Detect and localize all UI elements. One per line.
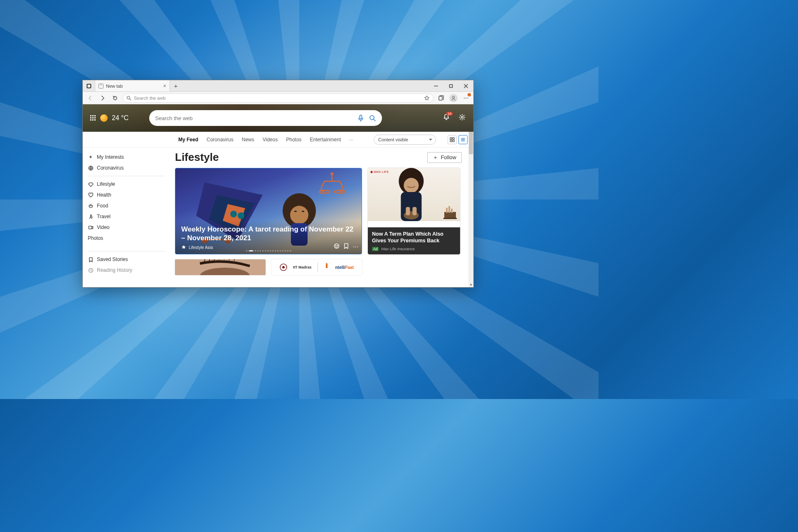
svg-point-31 bbox=[238, 212, 244, 219]
sidebar-item-reading-history[interactable]: Reading History bbox=[88, 265, 165, 276]
iit-label: IIT Madras bbox=[293, 265, 312, 269]
hero-banner: 24 °C 10 bbox=[83, 104, 473, 132]
eye-closeup-image bbox=[175, 259, 266, 275]
nav-overflow-button[interactable]: ··· bbox=[349, 137, 353, 143]
view-grid-button[interactable] bbox=[448, 135, 457, 144]
follow-label: Follow bbox=[441, 154, 456, 160]
sidebar-item-photos[interactable]: Photos bbox=[88, 233, 165, 244]
favorite-star-icon[interactable] bbox=[424, 95, 430, 101]
save-icon[interactable] bbox=[344, 243, 349, 249]
view-list-button[interactable] bbox=[458, 135, 468, 144]
svg-point-66 bbox=[282, 266, 285, 268]
address-bar-placeholder: Search the web bbox=[134, 96, 165, 101]
scrollbar-down-arrow[interactable]: ▾ bbox=[468, 282, 473, 287]
settings-button[interactable] bbox=[458, 113, 466, 123]
sidebar-item-food[interactable]: Food bbox=[88, 200, 165, 211]
svg-point-9 bbox=[464, 98, 465, 99]
sidebar-item-label: My Interests bbox=[97, 154, 124, 160]
window-close-button[interactable] bbox=[458, 80, 473, 91]
sidebar-item-saved-stories[interactable]: Saved Stories bbox=[88, 254, 165, 265]
arrow-right-icon bbox=[100, 95, 106, 101]
address-bar[interactable]: Search the web bbox=[123, 94, 433, 103]
sidebar-item-my-interests[interactable]: ✦ My Interests bbox=[88, 152, 165, 163]
page-content: ▾ 24 °C 10 My Feed bbox=[83, 104, 473, 287]
content-visibility-label: Content visible bbox=[378, 137, 408, 142]
svg-rect-55 bbox=[451, 209, 453, 213]
sidebar-item-health[interactable]: Health bbox=[88, 190, 165, 200]
tab-close-button[interactable]: × bbox=[163, 83, 166, 89]
nav-refresh-button[interactable] bbox=[110, 93, 120, 103]
search-icon bbox=[126, 96, 131, 101]
scrollbar-track[interactable]: ▾ bbox=[468, 104, 473, 287]
plus-icon: ＋ bbox=[433, 154, 438, 161]
reaction-icon[interactable] bbox=[334, 243, 340, 249]
nav-forward-button[interactable] bbox=[98, 93, 108, 103]
svg-rect-0 bbox=[87, 84, 91, 88]
ad-card[interactable]: ◆ MAX LIFE bbox=[368, 168, 460, 254]
hero-search-box[interactable] bbox=[149, 110, 382, 126]
sidebar-item-label: Health bbox=[97, 192, 111, 198]
tab-square-icon bbox=[86, 84, 91, 89]
person-walk-icon bbox=[88, 214, 94, 219]
window-minimize-button[interactable] bbox=[429, 80, 443, 91]
ad-headline: Now A Term Plan Which Also Gives Your Pr… bbox=[372, 231, 456, 244]
bowl-icon bbox=[88, 203, 94, 209]
weather-icon bbox=[100, 114, 108, 122]
profile-button[interactable] bbox=[448, 93, 458, 103]
mic-icon[interactable] bbox=[357, 114, 365, 122]
svg-rect-49 bbox=[406, 207, 410, 215]
collections-button[interactable] bbox=[436, 93, 446, 103]
new-tab-button[interactable]: + bbox=[170, 80, 182, 91]
gear-icon bbox=[458, 113, 466, 121]
notifications-button[interactable]: 10 bbox=[443, 113, 450, 123]
tab-actions-button[interactable] bbox=[83, 80, 95, 91]
source-logo-icon bbox=[181, 245, 186, 250]
svg-point-46 bbox=[404, 178, 419, 193]
history-icon bbox=[88, 268, 94, 273]
browser-tab[interactable]: New tab × bbox=[95, 80, 170, 91]
window-maximize-button[interactable] bbox=[443, 80, 458, 91]
search-submit-icon[interactable] bbox=[369, 114, 376, 122]
sidebar-item-travel[interactable]: Travel bbox=[88, 211, 165, 222]
intellipaat-logo-icon bbox=[324, 263, 330, 271]
svg-rect-17 bbox=[453, 138, 454, 139]
svg-rect-54 bbox=[448, 206, 450, 213]
card-more-button[interactable]: ··· bbox=[353, 243, 358, 251]
nav-news[interactable]: News bbox=[242, 137, 254, 143]
content-visibility-dropdown[interactable]: Content visible bbox=[374, 135, 436, 145]
svg-rect-40 bbox=[294, 211, 297, 212]
sidebar-item-video[interactable]: Video bbox=[88, 222, 165, 233]
hero-search-input[interactable] bbox=[155, 115, 353, 121]
story-card-partial-2[interactable]: IIT Madras ntelliPaat bbox=[271, 259, 362, 275]
carousel-dots[interactable] bbox=[246, 250, 291, 251]
svg-line-14 bbox=[374, 119, 375, 121]
sidebar-item-lifestyle[interactable]: Lifestyle bbox=[88, 179, 165, 190]
more-menu-button[interactable] bbox=[461, 93, 471, 103]
svg-rect-52 bbox=[443, 218, 457, 219]
featured-story-card[interactable]: Weekly Horoscope: A tarot reading of Nov… bbox=[175, 168, 362, 254]
nav-back-button[interactable] bbox=[85, 93, 95, 103]
grid-icon bbox=[450, 137, 455, 142]
weather-temperature[interactable]: 24 °C bbox=[112, 114, 128, 122]
ad-source: Max Life Insurance bbox=[381, 246, 414, 251]
svg-rect-41 bbox=[302, 211, 304, 212]
nav-coronavirus[interactable]: Coronavirus bbox=[207, 137, 234, 143]
svg-rect-2 bbox=[450, 84, 453, 87]
nav-entertainment[interactable]: Entertainment bbox=[310, 137, 341, 143]
section-title: Lifestyle bbox=[175, 151, 219, 164]
nav-photos[interactable]: Photos bbox=[286, 137, 301, 143]
app-launcher-button[interactable] bbox=[90, 115, 96, 121]
story-card-partial-1[interactable] bbox=[175, 259, 266, 275]
close-icon bbox=[464, 84, 468, 88]
svg-point-11 bbox=[467, 98, 468, 99]
svg-point-68 bbox=[326, 263, 328, 264]
sidebar-item-coronavirus[interactable]: Coronavirus bbox=[88, 163, 165, 173]
window-controls bbox=[429, 80, 473, 91]
svg-point-30 bbox=[230, 211, 237, 217]
nav-videos[interactable]: Videos bbox=[263, 137, 278, 143]
follow-button[interactable]: ＋ Follow bbox=[427, 152, 462, 163]
browser-toolbar: Search the web bbox=[83, 92, 473, 104]
sidebar-item-label: Travel bbox=[97, 214, 111, 219]
svg-rect-12 bbox=[360, 115, 362, 119]
nav-my-feed[interactable]: My Feed bbox=[178, 137, 198, 143]
